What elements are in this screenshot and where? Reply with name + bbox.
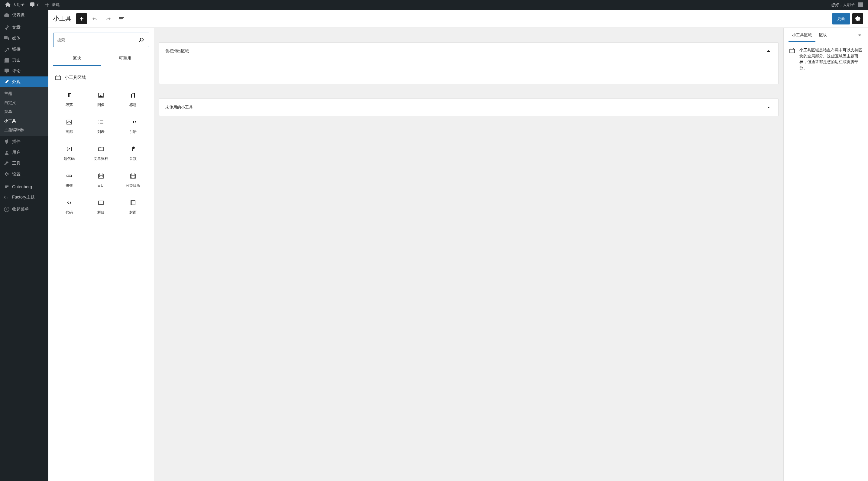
toolbar-greeting: 您好，大胡子 [831, 2, 855, 7]
block-item-paragraph[interactable]: 段落 [53, 86, 85, 113]
block-item-calendar[interactable]: 日历 [85, 167, 117, 194]
tab-blocks[interactable]: 区块 [53, 52, 101, 66]
block-item-cover[interactable]: 封面 [117, 194, 149, 221]
category-widget-areas[interactable]: 小工具区域 [53, 71, 149, 86]
block-item-gallery[interactable]: 画廊 [53, 113, 85, 140]
undo-icon [91, 15, 98, 22]
menu-comments[interactable]: 评论 [0, 66, 49, 76]
block-item-label: 画廊 [66, 129, 73, 134]
tab-reusable[interactable]: 可重用 [101, 52, 149, 66]
redo-button[interactable] [103, 13, 114, 24]
menu-collapse[interactable]: 收起菜单 [0, 204, 49, 215]
gutenberg-icon [4, 184, 10, 190]
close-icon [857, 33, 862, 37]
widget-area-header-0[interactable]: 侧栏滑出区域 [159, 42, 778, 60]
list-view-icon [118, 15, 125, 22]
menu-factory[interactable]: Xin Factory主题 [0, 192, 49, 202]
block-item-label: 列表 [97, 129, 104, 134]
toolbar-account[interactable]: 您好，大胡子 [829, 0, 866, 10]
menu-settings[interactable]: 设置 [0, 169, 49, 180]
widget-area-icon [54, 74, 62, 81]
widget-area-header-1[interactable]: 未使用的小工具 [159, 99, 778, 116]
widget-area-0: 侧栏滑出区域 [159, 42, 779, 84]
submenu-theme-editor[interactable]: 主题编辑器 [0, 125, 49, 134]
editor-header: 小工具 更新 [49, 10, 868, 28]
button-icon [66, 172, 73, 180]
menu-pages[interactable]: 页面 [0, 55, 49, 66]
block-item-archive[interactable]: 文章归档 [85, 140, 117, 167]
svg-point-7 [133, 177, 133, 178]
block-item-columns[interactable]: 栏目 [85, 194, 117, 221]
submenu-customize[interactable]: 自定义 [0, 98, 49, 107]
svg-point-0 [4, 207, 9, 212]
block-item-image[interactable]: 图像 [85, 86, 117, 113]
svg-point-5 [134, 176, 134, 177]
settings-toggle-button[interactable] [852, 13, 863, 24]
archive-icon [97, 145, 104, 153]
dashboard-icon [4, 12, 10, 18]
widget-area-body-0[interactable] [159, 60, 778, 84]
block-item-categories[interactable]: 分类目录 [117, 167, 149, 194]
inserter-toggle-button[interactable] [76, 13, 87, 24]
toolbar-new[interactable]: 新建 [42, 0, 62, 10]
block-item-label: 文章归档 [94, 156, 108, 161]
search-box [53, 33, 149, 47]
cover-icon [129, 199, 136, 206]
comment-icon [29, 2, 35, 8]
media-icon [4, 35, 10, 41]
gear-icon [854, 15, 861, 22]
toolbar-comments[interactable]: 0 [27, 0, 42, 10]
block-item-label: 按钮 [66, 183, 73, 188]
toolbar-comments-count: 0 [37, 3, 39, 7]
toolbar-site[interactable]: 大胡子 [2, 0, 27, 10]
menu-appearance[interactable]: 外观 [0, 76, 49, 87]
update-button[interactable]: 更新 [832, 13, 850, 25]
block-item-quote[interactable]: 引语 [117, 113, 149, 140]
submenu-widgets[interactable]: 小工具 [0, 116, 49, 125]
chevron-up-icon [765, 47, 772, 55]
toolbar-new-label: 新建 [52, 2, 60, 7]
widget-area-1: 未使用的小工具 [159, 98, 779, 116]
block-item-audio[interactable]: 音频 [117, 140, 149, 167]
plus-icon [78, 15, 85, 22]
menu-links[interactable]: 链接 [0, 44, 49, 55]
undo-button[interactable] [89, 13, 100, 24]
menu-gutenberg[interactable]: Gutenberg [0, 181, 49, 192]
close-sidebar-button[interactable] [856, 31, 863, 39]
svg-point-4 [133, 176, 133, 177]
menu-dashboard[interactable]: 仪表盘 [0, 10, 49, 21]
tools-icon [4, 160, 10, 166]
sidebar-tab-block[interactable]: 区块 [815, 28, 831, 42]
menu-tools[interactable]: 工具 [0, 158, 49, 169]
shortcode-icon [66, 145, 73, 153]
toolbar-site-name: 大胡子 [13, 2, 25, 7]
menu-users[interactable]: 用户 [0, 147, 49, 158]
categories-icon [129, 172, 136, 180]
widget-area-icon [788, 47, 796, 54]
search-input[interactable] [57, 38, 138, 42]
block-item-shortcode[interactable]: 短代码 [53, 140, 85, 167]
block-item-label: 日历 [97, 183, 104, 188]
menu-posts[interactable]: 文章 [0, 22, 49, 33]
block-item-heading[interactable]: 标题 [117, 86, 149, 113]
block-item-list[interactable]: 列表 [85, 113, 117, 140]
block-item-code[interactable]: 代码 [53, 194, 85, 221]
pin-icon [4, 25, 10, 31]
inserter-tabs: 区块 可重用 [49, 52, 154, 66]
list-view-button[interactable] [116, 13, 127, 24]
avatar [858, 2, 863, 7]
appearance-submenu: 主题 自定义 菜单 小工具 主题编辑器 [0, 87, 49, 136]
submenu-menus[interactable]: 菜单 [0, 107, 49, 116]
menu-plugins[interactable]: 插件 [0, 136, 49, 147]
sidebar-tab-widget-areas[interactable]: 小工具区域 [788, 28, 815, 42]
menu-media[interactable]: 媒体 [0, 33, 49, 44]
heading-icon [129, 92, 136, 99]
block-item-label: 段落 [66, 102, 73, 107]
users-icon [4, 150, 10, 156]
sidebar-description: 小工具区域是站点布局中可以支持区块的全局部分。这些区域因主题而异，但通常都是您的… [799, 47, 863, 71]
inserter-panel: 区块 可重用 小工具区域 段落图像标题画廊列表引语短代码文章归档音频按钮日历分类… [49, 28, 154, 481]
settings-icon [4, 171, 10, 178]
block-item-button[interactable]: 按钮 [53, 167, 85, 194]
submenu-themes[interactable]: 主题 [0, 89, 49, 98]
page-icon [4, 57, 10, 63]
